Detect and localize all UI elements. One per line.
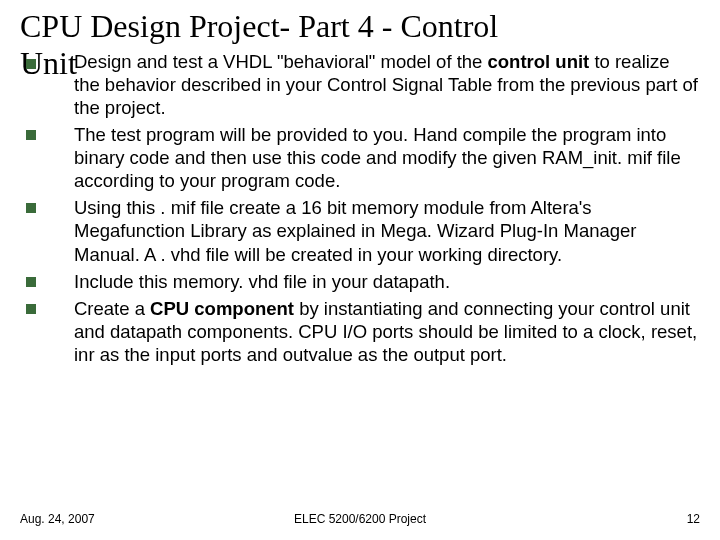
bullet-text: Using this . mif file create a 16 bit me… <box>74 196 700 265</box>
bullet-item: The test program will be provided to you… <box>20 123 700 192</box>
footer-course: ELEC 5200/6200 Project <box>294 512 426 526</box>
bullet-text: Include this memory. vhd file in your da… <box>74 270 700 293</box>
bullet-pre: Design and test a VHDL "behavioral" mode… <box>74 51 488 72</box>
bullet-pre: The test program will be provided to you… <box>74 124 681 191</box>
bullet-icon <box>26 130 36 140</box>
slide: CPU Design Project- Part 4 - Control Uni… <box>0 0 720 540</box>
bullet-icon <box>26 59 36 69</box>
bullet-text: Create a CPU component by instantiating … <box>74 297 700 366</box>
bullet-item: Using this . mif file create a 16 bit me… <box>20 196 700 265</box>
slide-body: Design and test a VHDL "behavioral" mode… <box>20 50 700 367</box>
bullet-text: Design and test a VHDL "behavioral" mode… <box>74 50 700 119</box>
bullet-icon <box>26 277 36 287</box>
title-line1: CPU Design Project- Part 4 - Control <box>20 8 498 44</box>
bullet-icon <box>26 203 36 213</box>
bullet-pre: Create a <box>74 298 150 319</box>
bullet-pre: Using this . mif file create a 16 bit me… <box>74 197 637 264</box>
bullet-bold: control unit <box>488 51 590 72</box>
bullet-icon <box>26 304 36 314</box>
bullet-text: The test program will be provided to you… <box>74 123 700 192</box>
bullet-bold: CPU component <box>150 298 294 319</box>
footer-page-number: 12 <box>687 512 700 526</box>
bullet-item: Create a CPU component by instantiating … <box>20 297 700 366</box>
footer-date: Aug. 24, 2007 <box>20 512 95 526</box>
bullet-item: Include this memory. vhd file in your da… <box>20 270 700 293</box>
bullet-pre: Include this memory. vhd file in your da… <box>74 271 450 292</box>
